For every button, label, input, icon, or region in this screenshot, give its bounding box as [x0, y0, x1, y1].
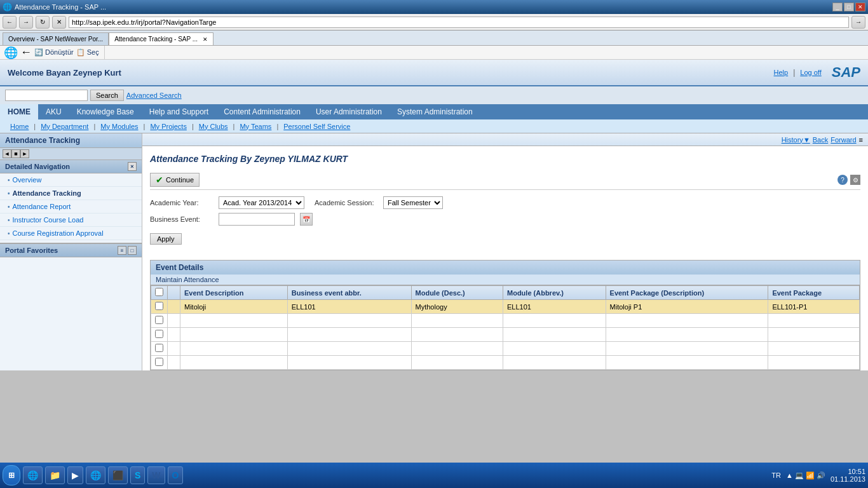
event-table: Event Description Business event abbr. M…: [151, 285, 860, 370]
row-checkbox[interactable]: [155, 316, 163, 324]
bullet-icon: •: [8, 190, 10, 197]
academic-session-select[interactable]: Fall Semester: [383, 196, 443, 209]
sub-nav-my-projects[interactable]: My Projects: [145, 123, 191, 130]
select-all-checkbox[interactable]: [155, 288, 163, 296]
ie-menubar: 🌐 ← 🔄 Dönüştür 📋 Seç: [0, 46, 868, 60]
title-bar: 🌐 Attendance Tracking - SAP ... _ □ ✕: [0, 0, 868, 14]
bullet-icon: •: [8, 230, 10, 237]
sidebar-item-instructor-course-load[interactable]: • Instructor Course Load: [0, 214, 142, 227]
sub-nav-my-department[interactable]: My Department: [36, 123, 93, 130]
sub-nav-personel-self[interactable]: Personel Self Service: [278, 123, 355, 130]
tab-2[interactable]: Attendance Tracking - SAP ... ✕: [109, 32, 214, 45]
browser-icon: 🌐: [3, 3, 12, 11]
ie-back-btn[interactable]: ←: [20, 46, 32, 59]
sub-nav-my-clubs[interactable]: My Clubs: [194, 123, 233, 130]
row-checkbox[interactable]: [155, 344, 163, 352]
nav-item-help-support[interactable]: Help and Support: [142, 104, 216, 119]
sidebar-item-course-registration[interactable]: • Course Registration Approval: [0, 227, 142, 240]
menu-history-icon[interactable]: ≡: [859, 136, 863, 144]
table-body: Mitoloji ELL101 Mythology ELL101 Mitoloj…: [151, 300, 860, 370]
back-button[interactable]: ←: [3, 16, 17, 29]
portal-header-right: Help | Log off SAP: [774, 64, 860, 81]
help-link[interactable]: Help: [774, 69, 789, 76]
col-module-abbrev: Module (Abbrev.): [503, 286, 606, 300]
help-icon[interactable]: ?: [837, 175, 848, 185]
table-row: Mitoloji ELL101 Mythology ELL101 Mitoloj…: [151, 300, 860, 314]
col-event-package-desc: Event Package (Description): [606, 286, 768, 300]
sidebar-scroll-left[interactable]: ◄: [3, 149, 11, 158]
sidebar-scroll-controls: ◄ ■ ►: [0, 148, 142, 160]
row-checkbox[interactable]: [155, 330, 163, 338]
forward-history-link[interactable]: Forward: [831, 136, 856, 144]
sidebar-item-attendance-tracking[interactable]: • Attendance Tracking: [0, 187, 142, 200]
event-details-section: Event Details Maintain Attendance Event …: [150, 260, 860, 370]
nav-item-system-admin[interactable]: System Administration: [390, 104, 480, 119]
row-business-event-abbr: ELL101: [287, 300, 411, 314]
sub-nav-my-teams[interactable]: My Teams: [234, 123, 276, 130]
row-module-abbrev: ELL101: [503, 300, 606, 314]
sidebar-item-attendance-report[interactable]: • Attendance Report: [0, 200, 142, 214]
check-icon: ✔: [156, 175, 163, 185]
form-fields: Academic Year: Acad. Year 2013/2014 Acad…: [150, 196, 860, 226]
search-button[interactable]: Search: [90, 90, 124, 101]
favorites-manage-icon[interactable]: ≡: [118, 246, 126, 255]
title-bar-controls: _ □ ✕: [832, 3, 865, 11]
table-header: Event Description Business event abbr. M…: [151, 286, 860, 300]
col-business-event-abbr: Business event abbr.: [287, 286, 411, 300]
sidebar-scroll-right[interactable]: ►: [20, 149, 29, 158]
table-row: [151, 328, 860, 342]
business-event-input[interactable]: [219, 213, 295, 226]
event-table-container: Event Description Business event abbr. M…: [151, 285, 860, 370]
nav-menu: HOME AKU Knowledge Base Help and Support…: [0, 104, 868, 119]
back-history-link[interactable]: Back: [813, 136, 828, 144]
refresh-button[interactable]: ↻: [36, 16, 50, 29]
nav-item-aku[interactable]: AKU: [38, 104, 69, 119]
logoff-link[interactable]: Log off: [800, 69, 821, 76]
row-checkbox[interactable]: [155, 358, 163, 366]
window-title: Attendance Tracking - SAP ...: [15, 3, 106, 11]
sidebar-scroll-center[interactable]: ■: [11, 149, 20, 158]
col-module-desc: Module (Desc.): [411, 286, 503, 300]
go-button[interactable]: →: [851, 16, 865, 29]
sub-nav-my-modules[interactable]: My Modules: [95, 123, 143, 130]
col-icon: [168, 286, 180, 300]
search-bar: Search Advanced Search: [0, 86, 868, 104]
favorites-add-icon[interactable]: □: [128, 246, 137, 255]
sidebar-favorites-header: Portal Favorites ≡ □: [0, 243, 142, 257]
ie-select-btn[interactable]: 📋 Seç: [76, 48, 99, 57]
advanced-search-link[interactable]: Advanced Search: [126, 92, 182, 99]
form-section: Attendance Tracking By Zeynep YILMAZ KUR…: [142, 146, 868, 260]
event-details-header: Event Details: [151, 261, 860, 274]
stop-button[interactable]: ✕: [52, 16, 66, 29]
address-input[interactable]: [69, 17, 849, 28]
settings-icon[interactable]: ⚙: [850, 175, 860, 185]
sidebar: Attendance Tracking ◄ ■ ► Detailed Navig…: [0, 133, 142, 370]
continue-button[interactable]: ✔ Continue: [150, 173, 200, 187]
row-event-package: ELL101-P1: [768, 300, 860, 314]
page-title: Attendance Tracking By Zeynep YILMAZ KUR…: [150, 154, 860, 164]
search-input[interactable]: [5, 90, 88, 101]
bullet-icon: •: [8, 217, 10, 224]
forward-button[interactable]: →: [19, 16, 33, 29]
nav-item-content-admin[interactable]: Content Administration: [216, 104, 308, 119]
minimize-button[interactable]: _: [832, 3, 843, 11]
nav-item-user-admin[interactable]: User Administration: [308, 104, 390, 119]
ie-convert-btn[interactable]: 🔄 Dönüştür: [34, 48, 74, 57]
calendar-button[interactable]: 📅: [300, 213, 313, 226]
academic-year-select[interactable]: Acad. Year 2013/2014: [219, 196, 304, 209]
sidebar-collapse-button[interactable]: ×: [128, 162, 137, 171]
sidebar-item-overview[interactable]: • Overview: [0, 173, 142, 187]
close-button[interactable]: ✕: [855, 3, 865, 11]
apply-button[interactable]: Apply: [150, 233, 182, 245]
row-checkbox[interactable]: [155, 302, 163, 310]
nav-item-home[interactable]: HOME: [0, 104, 38, 119]
tab-2-close[interactable]: ✕: [203, 36, 208, 43]
sidebar-nav-header: Detailed Navigation ×: [0, 160, 142, 173]
sub-nav-home[interactable]: Home: [5, 123, 34, 130]
tab-1[interactable]: Overview - SAP NetWeaver Por...: [3, 32, 109, 45]
academic-year-label: Academic Year:: [150, 199, 214, 207]
history-link[interactable]: History▼: [782, 136, 810, 144]
sidebar-section-title: Attendance Tracking: [0, 133, 142, 148]
maximize-button[interactable]: □: [844, 3, 854, 11]
nav-item-knowledge-base[interactable]: Knowledge Base: [69, 104, 142, 119]
